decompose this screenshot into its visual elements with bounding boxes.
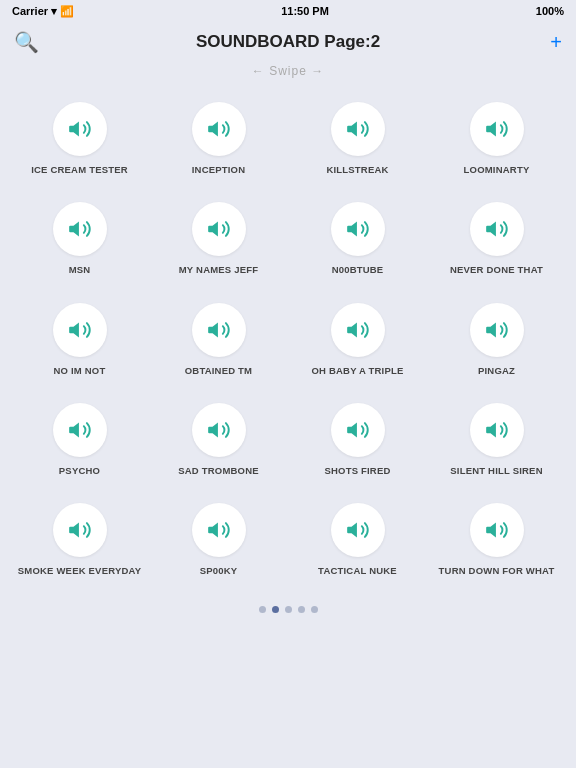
speaker-icon — [345, 517, 371, 543]
speaker-icon — [484, 116, 510, 142]
speaker-icon — [345, 317, 371, 343]
sound-circle — [470, 303, 524, 357]
sound-item[interactable]: SILENT HILL SIREN — [427, 391, 566, 491]
sound-item[interactable]: LOOMINARTY — [427, 90, 566, 190]
search-icon[interactable]: 🔍 — [14, 30, 39, 54]
sound-label: OBTAINED TM — [185, 365, 252, 377]
sound-item[interactable]: OBTAINED TM — [149, 291, 288, 391]
sound-circle — [192, 503, 246, 557]
sound-label: N00BTUBE — [332, 264, 384, 276]
page-dot[interactable] — [259, 606, 266, 613]
sound-circle — [53, 503, 107, 557]
speaker-icon — [345, 417, 371, 443]
page-dot[interactable] — [285, 606, 292, 613]
sound-label: OH BABY A TRIPLE — [311, 365, 403, 377]
speaker-icon — [206, 116, 232, 142]
speaker-icon — [206, 517, 232, 543]
carrier-label: Carrier ▾ 📶 — [12, 5, 74, 18]
sound-label: TURN DOWN FOR WHAT — [439, 565, 555, 577]
speaker-icon — [484, 216, 510, 242]
sound-item[interactable]: TACTICAL NUKE — [288, 491, 427, 591]
speaker-icon — [484, 417, 510, 443]
speaker-icon — [345, 216, 371, 242]
speaker-icon — [67, 116, 93, 142]
sound-item[interactable]: SHOTS FIRED — [288, 391, 427, 491]
sound-label: TACTICAL NUKE — [318, 565, 397, 577]
sound-label: SMOKE WEEK EVERYDAY — [18, 565, 141, 577]
sound-circle — [192, 403, 246, 457]
speaker-icon — [484, 517, 510, 543]
sound-circle — [470, 503, 524, 557]
page-dot[interactable] — [311, 606, 318, 613]
sound-circle — [470, 202, 524, 256]
sound-label: SILENT HILL SIREN — [450, 465, 542, 477]
sound-item[interactable]: PSYCHO — [10, 391, 149, 491]
sound-item[interactable]: N00BTUBE — [288, 190, 427, 290]
sound-grid: ICE CREAM TESTER INCEPTION KILLSTREAK LO… — [0, 86, 576, 596]
sound-label: KILLSTREAK — [326, 164, 388, 176]
sound-label: PSYCHO — [59, 465, 100, 477]
sound-circle — [331, 102, 385, 156]
page-dot[interactable] — [298, 606, 305, 613]
sound-label: LOOMINARTY — [464, 164, 530, 176]
sound-label: SP00KY — [200, 565, 238, 577]
sound-item[interactable]: TURN DOWN FOR WHAT — [427, 491, 566, 591]
sound-item[interactable]: ICE CREAM TESTER — [10, 90, 149, 190]
sound-label: SAD TROMBONE — [178, 465, 259, 477]
speaker-icon — [484, 317, 510, 343]
sound-item[interactable]: KILLSTREAK — [288, 90, 427, 190]
sound-circle — [331, 503, 385, 557]
header: 🔍 SOUNDBOARD Page:2 + — [0, 22, 576, 62]
sound-circle — [331, 303, 385, 357]
speaker-icon — [67, 317, 93, 343]
sound-label: MY NAMES JEFF — [179, 264, 259, 276]
sound-item[interactable]: PINGAZ — [427, 291, 566, 391]
speaker-icon — [206, 417, 232, 443]
page-dots — [0, 596, 576, 619]
speaker-icon — [67, 517, 93, 543]
sound-label: SHOTS FIRED — [324, 465, 390, 477]
sound-label: NO IM NOT — [54, 365, 106, 377]
sound-circle — [192, 202, 246, 256]
sound-circle — [53, 303, 107, 357]
add-button[interactable]: + — [550, 31, 562, 54]
sound-label: MSN — [69, 264, 91, 276]
sound-circle — [53, 202, 107, 256]
speaker-icon — [67, 216, 93, 242]
sound-circle — [470, 102, 524, 156]
sound-item[interactable]: MSN — [10, 190, 149, 290]
sound-circle — [470, 403, 524, 457]
page-title: SOUNDBOARD Page:2 — [196, 32, 380, 52]
status-bar: Carrier ▾ 📶 11:50 PM 100% — [0, 0, 576, 22]
sound-item[interactable]: NO IM NOT — [10, 291, 149, 391]
sound-circle — [192, 102, 246, 156]
sound-item[interactable]: OH BABY A TRIPLE — [288, 291, 427, 391]
sound-label: INCEPTION — [192, 164, 246, 176]
speaker-icon — [206, 317, 232, 343]
sound-label: NEVER DONE THAT — [450, 264, 543, 276]
page-dot[interactable] — [272, 606, 279, 613]
speaker-icon — [345, 116, 371, 142]
speaker-icon — [206, 216, 232, 242]
sound-item[interactable]: NEVER DONE THAT — [427, 190, 566, 290]
sound-circle — [331, 202, 385, 256]
swipe-hint: ← Swipe → — [0, 62, 576, 86]
sound-item[interactable]: SP00KY — [149, 491, 288, 591]
sound-item[interactable]: SAD TROMBONE — [149, 391, 288, 491]
speaker-icon — [67, 417, 93, 443]
sound-circle — [331, 403, 385, 457]
battery-label: 100% — [536, 5, 564, 17]
sound-label: PINGAZ — [478, 365, 515, 377]
sound-label: ICE CREAM TESTER — [31, 164, 128, 176]
sound-circle — [192, 303, 246, 357]
sound-circle — [53, 102, 107, 156]
sound-item[interactable]: INCEPTION — [149, 90, 288, 190]
sound-item[interactable]: SMOKE WEEK EVERYDAY — [10, 491, 149, 591]
time-label: 11:50 PM — [281, 5, 329, 17]
sound-circle — [53, 403, 107, 457]
sound-item[interactable]: MY NAMES JEFF — [149, 190, 288, 290]
